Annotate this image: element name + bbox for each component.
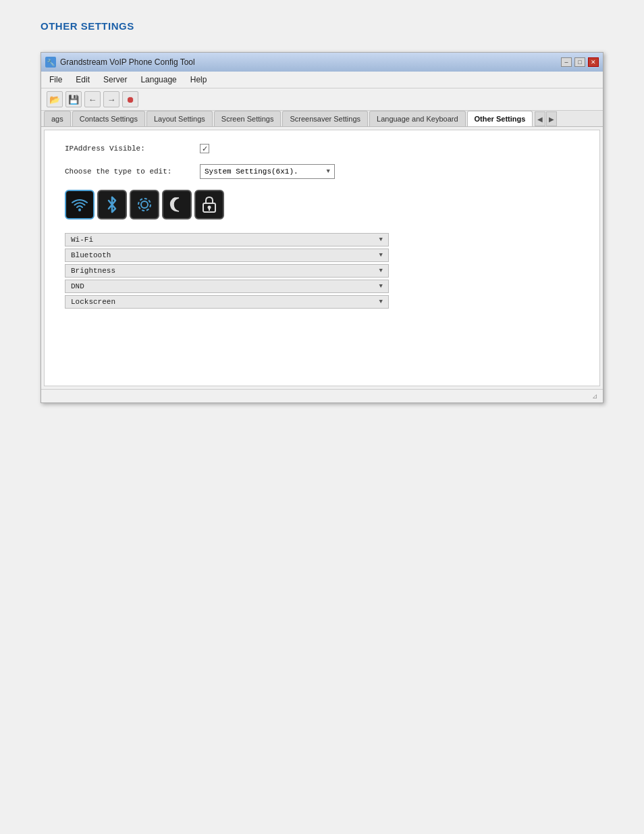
application-window: 🔧 Grandstream VoIP Phone Config Tool – □… [41, 52, 603, 403]
toolbar: 📂 💾 ← → ⏺ [41, 88, 603, 111]
wifi-expand-arrow: ▼ [379, 236, 383, 243]
content-area: IPAddress Visible: Choose the type to ed… [44, 130, 600, 386]
app-icon: 🔧 [45, 57, 56, 68]
forward-btn[interactable]: → [103, 91, 119, 107]
bluetooth-expand-label: Bluetooth [71, 251, 111, 259]
choose-type-label: Choose the type to edit: [65, 167, 200, 176]
bluetooth-icon-btn[interactable] [97, 190, 127, 219]
ipaddress-label: IPAddress Visible: [65, 145, 200, 153]
tab-bar: ags Contacts Settings Layout Settings Sc… [41, 111, 603, 127]
brightness-expand[interactable]: Brightness ▼ [65, 264, 389, 278]
svg-point-2 [138, 199, 151, 211]
back-btn[interactable]: ← [84, 91, 101, 107]
tab-prev-btn[interactable]: ◀ [535, 111, 545, 126]
wifi-expand-label: Wi-Fi [71, 236, 93, 244]
menu-help[interactable]: Help [188, 74, 210, 86]
title-bar-left: 🔧 Grandstream VoIP Phone Config Tool [45, 57, 195, 68]
open-folder-btn[interactable]: 📂 [47, 91, 63, 107]
minimize-button[interactable]: – [561, 57, 572, 67]
tab-contacts[interactable]: Contacts Settings [72, 111, 145, 126]
lockscreen-icon-btn[interactable] [194, 190, 224, 219]
bluetooth-expand-arrow: ▼ [379, 252, 383, 259]
brightness-expand-label: Brightness [71, 267, 115, 275]
tab-layout[interactable]: Layout Settings [146, 111, 213, 126]
tab-screensaver[interactable]: Screensaver Settings [282, 111, 368, 126]
choose-type-arrow: ▼ [327, 168, 330, 175]
close-button[interactable]: ✕ [588, 57, 599, 67]
tab-language[interactable]: Language and Keyboard [369, 111, 466, 126]
expand-list: Wi-Fi ▼ Bluetooth ▼ Brightness ▼ DND ▼ L… [65, 233, 389, 309]
menu-edit[interactable]: Edit [73, 74, 92, 86]
restore-button[interactable]: □ [574, 57, 585, 67]
resize-handle[interactable]: ⊿ [592, 392, 600, 400]
choose-type-control: System Settings(6x1). ▼ [200, 164, 335, 179]
wifi-expand[interactable]: Wi-Fi ▼ [65, 233, 389, 246]
icon-buttons-row [65, 190, 579, 219]
dnd-expand-label: DND [71, 282, 84, 290]
menu-server[interactable]: Server [101, 74, 130, 86]
ipaddress-control [200, 144, 209, 153]
bluetooth-expand[interactable]: Bluetooth ▼ [65, 249, 389, 262]
ipaddress-checkbox[interactable] [200, 144, 209, 153]
menu-file[interactable]: File [47, 74, 65, 86]
window-wrapper: 🔧 Grandstream VoIP Phone Config Tool – □… [41, 52, 603, 403]
svg-point-4 [208, 206, 211, 209]
tab-screen[interactable]: Screen Settings [214, 111, 281, 126]
lockscreen-expand[interactable]: Lockscreen ▼ [65, 295, 389, 309]
brightness-icon-btn[interactable] [130, 190, 159, 219]
choose-type-value: System Settings(6x1). [205, 167, 298, 176]
tab-other[interactable]: Other Settings [467, 111, 533, 127]
choose-type-row: Choose the type to edit: System Settings… [65, 164, 579, 179]
menu-bar: File Edit Server Language Help [41, 72, 603, 88]
dnd-expand[interactable]: DND ▼ [65, 280, 389, 293]
svg-point-1 [141, 201, 148, 208]
menu-language[interactable]: Language [138, 74, 179, 86]
wifi-icon-btn[interactable] [65, 190, 95, 219]
ipaddress-row: IPAddress Visible: [65, 144, 579, 153]
page-heading: OTHER SETTINGS [0, 0, 644, 45]
tab-ags[interactable]: ags [44, 111, 71, 126]
save-btn[interactable]: 💾 [65, 91, 82, 107]
tab-next-btn[interactable]: ▶ [546, 111, 557, 126]
svg-point-0 [78, 209, 81, 211]
status-bar: ⊿ [41, 389, 603, 402]
choose-type-select[interactable]: System Settings(6x1). ▼ [200, 164, 335, 179]
record-btn[interactable]: ⏺ [122, 91, 138, 107]
window-controls: – □ ✕ [561, 57, 599, 67]
window-title: Grandstream VoIP Phone Config Tool [60, 57, 195, 67]
dnd-expand-arrow: ▼ [379, 283, 383, 290]
lockscreen-expand-arrow: ▼ [379, 298, 383, 305]
lockscreen-expand-label: Lockscreen [71, 298, 115, 306]
dnd-icon-btn[interactable] [162, 190, 192, 219]
brightness-expand-arrow: ▼ [379, 267, 383, 274]
title-bar: 🔧 Grandstream VoIP Phone Config Tool – □… [41, 53, 603, 72]
